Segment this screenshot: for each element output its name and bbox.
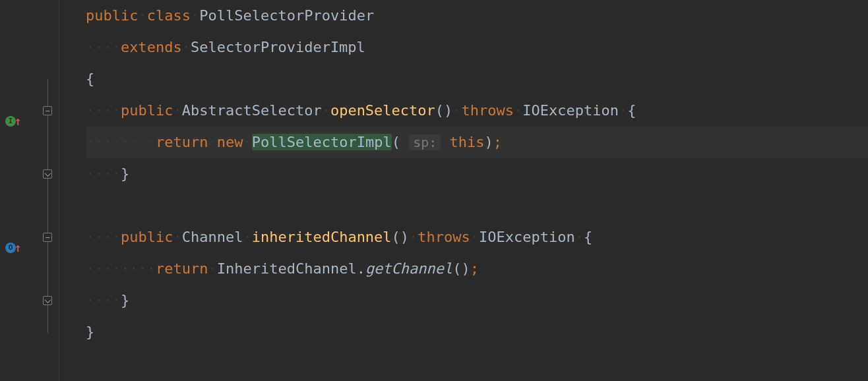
- code-editor[interactable]: I ↑ O ↑ − − public·class·PollSelectorPro…: [0, 0, 868, 381]
- code-line[interactable]: ····public·Channel·inheritedChannel()·th…: [86, 221, 868, 253]
- code-line[interactable]: ········return·InheritedChannel.getChann…: [86, 253, 868, 285]
- code-area[interactable]: public·class·PollSelectorProvider ····ex…: [59, 0, 868, 381]
- fold-toggle[interactable]: −: [43, 106, 52, 115]
- up-arrow-icon: ↑: [15, 232, 22, 264]
- fold-end[interactable]: [43, 169, 52, 179]
- code-line[interactable]: public·class·PollSelectorProvider: [86, 0, 868, 32]
- gutter: I ↑ O ↑: [0, 0, 36, 381]
- code-line[interactable]: ····}: [86, 158, 868, 190]
- fold-column: − −: [36, 0, 59, 381]
- code-line[interactable]: {: [86, 63, 868, 95]
- code-line[interactable]: ····extends·SelectorProviderImpl: [86, 32, 868, 63]
- code-line-blank[interactable]: [86, 190, 868, 221]
- code-line[interactable]: }: [86, 316, 868, 348]
- fold-end[interactable]: [43, 296, 52, 305]
- fold-toggle[interactable]: −: [43, 233, 52, 242]
- gutter-mark-overrides[interactable]: O ↑: [5, 232, 22, 264]
- code-line[interactable]: ····}: [86, 285, 868, 316]
- code-line-current[interactable]: ········return·new·PollSelectorImpl( sp:…: [86, 127, 868, 158]
- parameter-hint: sp:: [409, 134, 441, 150]
- code-line[interactable]: ····public·AbstractSelector·openSelector…: [86, 95, 868, 127]
- gutter-mark-implements[interactable]: I ↑: [5, 105, 22, 137]
- up-arrow-icon: ↑: [15, 105, 22, 137]
